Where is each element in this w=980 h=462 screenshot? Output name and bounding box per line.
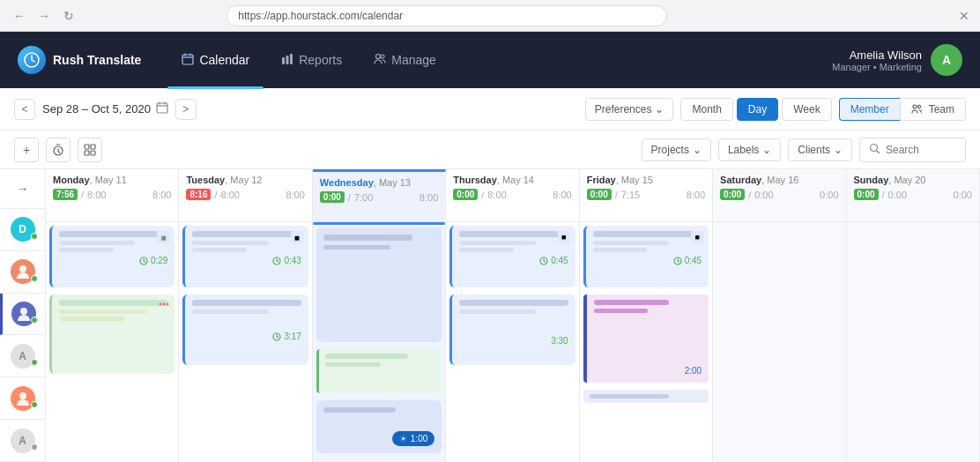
day-header-sat: Saturday, May 16 0:00 / 0:00 0:00 [713, 169, 846, 221]
user-row-4[interactable]: A [0, 335, 45, 377]
preferences-label: Preferences [595, 103, 652, 116]
svg-point-5 [376, 54, 381, 58]
day-col-fri: ■ 0:45 2:00 [580, 222, 713, 462]
labels-filter[interactable]: Labels ⌄ [718, 138, 781, 161]
nav-reports[interactable]: Reports [267, 46, 356, 75]
prev-week-button[interactable]: < [14, 99, 35, 120]
sidebar-nav-arrow[interactable]: → [0, 169, 45, 209]
next-week-button[interactable]: > [175, 99, 197, 120]
task-card-mon-2[interactable] [49, 294, 174, 374]
status-dot-2 [31, 275, 38, 282]
today-play-card[interactable]: 1:00 [316, 400, 442, 453]
task-time-thu-1: 0:45 [459, 256, 568, 265]
status-dot-6 [31, 443, 38, 451]
task-card-tue-1[interactable]: ■ 0:43 [182, 226, 308, 287]
fri-card-line-2 [594, 309, 648, 313]
task-sub2-bar [59, 248, 114, 252]
time-badge-thu: 0:00 [453, 189, 478, 200]
status-dot-1 [31, 233, 38, 240]
projects-filter[interactable]: Projects ⌄ [642, 138, 711, 161]
day-headers: Monday, May 11 7:56 / 8:00 8:00 Tuesday,… [46, 169, 980, 222]
team-view-button[interactable]: Team [900, 98, 966, 121]
task-card-fri-3[interactable] [583, 390, 709, 403]
calendar-container: → D [0, 169, 980, 462]
add-timer-button[interactable] [46, 138, 71, 162]
task-sub-bar [192, 241, 268, 245]
user-row-3[interactable] [0, 294, 45, 336]
search-input[interactable] [886, 144, 956, 156]
month-view-button[interactable]: Month [680, 98, 732, 121]
svg-point-18 [19, 392, 26, 399]
week-view-button[interactable]: Week [782, 98, 831, 121]
play-timer-badge[interactable]: 1:00 [392, 431, 434, 446]
app-logo[interactable]: Rush Translate [18, 46, 141, 74]
day-col-mon: ■ 0:29 [46, 222, 179, 462]
today-big-card[interactable] [316, 227, 442, 342]
task-card-thu-2[interactable]: 3:30 [449, 294, 575, 365]
svg-rect-14 [91, 151, 95, 155]
back-button[interactable]: ← [11, 7, 28, 25]
task-card-fri-2[interactable]: 2:00 [583, 294, 709, 383]
task-card-mon-1[interactable]: ■ 0:29 [49, 226, 174, 287]
task-time-mon-1: 0:29 [59, 256, 167, 265]
day-time-tue: 8:16 / 8:00 8:00 [186, 189, 304, 200]
task-title-bar [459, 231, 568, 237]
svg-rect-13 [85, 151, 89, 155]
clients-filter[interactable]: Clients ⌄ [788, 138, 852, 161]
day-view-button[interactable]: Day [737, 98, 778, 121]
task-card-thu-1[interactable]: ■ 0:45 [449, 226, 575, 287]
calendar-date-icon[interactable] [156, 101, 168, 116]
task-title-bar [59, 231, 167, 237]
quick-add-buttons: + [14, 138, 102, 162]
day-col-sun [847, 222, 980, 462]
task-sub-bar [192, 309, 268, 314]
day-time-wed: 0:00 / 7:00 8:00 [320, 191, 438, 203]
url-bar[interactable]: https://app.hourstack.com/calendar [226, 5, 667, 26]
day-header-thu: Thursday, May 14 0:00 / 8:00 8:00 [446, 169, 579, 221]
app-name: Rush Translate [53, 53, 141, 67]
clients-label: Clients [798, 144, 830, 156]
day-time-fri: 0:00 / 7:15 8:00 [587, 189, 705, 200]
task-sub2-bar [192, 248, 247, 252]
task-sub2-bar [459, 248, 514, 252]
user-row-5[interactable] [0, 377, 45, 420]
add-task-button[interactable]: + [14, 138, 39, 162]
nav-manage[interactable]: Manage [360, 46, 450, 75]
search-icon [869, 143, 880, 157]
day-header-fri: Friday, May 15 0:00 / 7:15 8:00 [580, 169, 713, 221]
task-card-fri-1[interactable]: ■ 0:45 [583, 226, 709, 287]
day-label-fri: Friday, May 15 [587, 175, 705, 185]
task-card-tue-2[interactable]: 3:17 [182, 294, 308, 365]
member-view-button[interactable]: Member [839, 98, 900, 121]
nav-calendar[interactable]: Calendar [167, 46, 264, 75]
forward-button[interactable]: → [35, 7, 53, 25]
user-row-6[interactable]: A [0, 420, 45, 462]
svg-point-20 [160, 303, 162, 306]
user-row-1[interactable]: D [0, 209, 45, 251]
time-badge-wed: 0:00 [320, 191, 345, 203]
task-title-bar [593, 231, 702, 237]
user-row-2[interactable] [0, 251, 45, 294]
preferences-chevron-icon: ⌄ [655, 103, 664, 116]
today-sub-card-1[interactable] [316, 349, 442, 393]
task-sub-bar [59, 241, 135, 245]
time-badge-fri: 0:00 [587, 189, 612, 200]
refresh-button[interactable]: ↻ [60, 7, 78, 25]
url-text: https://app.hourstack.com/calendar [238, 10, 403, 22]
date-range: Sep 28 – Oct 5, 2020 [42, 101, 168, 116]
time-badge-sat: 0:00 [720, 189, 745, 200]
preferences-button[interactable]: Preferences ⌄ [585, 98, 674, 121]
close-button[interactable]: ✕ [959, 9, 969, 23]
filter-bar: + Projects ⌄ Labels ⌄ Clients ⌄ [0, 130, 980, 169]
sub-line-1 [325, 354, 408, 359]
status-dot-4 [31, 359, 38, 366]
task-type-icon-fri: ■ [691, 231, 703, 243]
task-title-bar-2 [59, 300, 167, 306]
nav-manage-label: Manage [391, 53, 436, 67]
day-label-tue: Tuesday, May 12 [186, 175, 304, 185]
search-box[interactable] [859, 138, 966, 162]
toggle-view-button[interactable] [78, 138, 102, 162]
fri-card-line-3 [590, 394, 669, 399]
avatar[interactable]: A [931, 44, 962, 76]
task-sub2-bar [593, 248, 648, 252]
